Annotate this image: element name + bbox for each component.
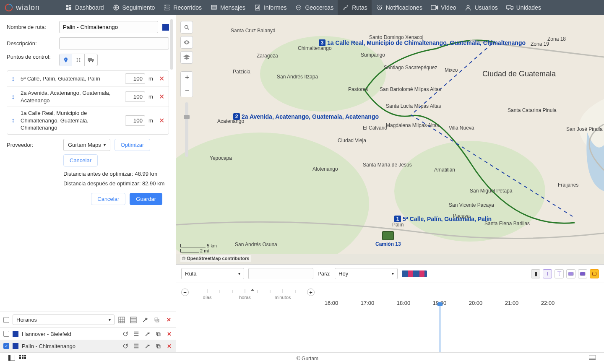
schedule-copy-icon[interactable] [153,316,161,324]
map-search-icon[interactable] [180,21,193,34]
tl-view-5-icon[interactable] [578,269,587,278]
route-list-item[interactable]: ✓Palin - Chimaltenango✕ [0,340,176,352]
route-wrench-icon[interactable] [144,343,151,349]
nav-mensajes[interactable]: Mensajes [206,0,250,15]
drag-handle-icon[interactable]: ↕ [11,75,17,83]
map-layers-icon[interactable] [180,51,193,64]
route-copy-icon[interactable] [155,343,161,349]
vehicle-marker[interactable]: Camión 13 [375,231,401,247]
schedules-bar: Horarios▾ ✕ [0,312,176,328]
tl-view-1-icon[interactable]: ▮ [531,269,540,278]
checkpoint-unit: m [148,94,155,100]
reports-icon [254,4,261,11]
map-marker-1[interactable]: 1 [394,216,401,222]
routes-icon [342,4,349,11]
schedule-grid-2-icon[interactable] [130,316,137,324]
checkpoint-delete-icon[interactable]: ✕ [159,117,164,125]
map-city-label: San Vicente Pacaya [449,202,494,208]
timeline-route-select[interactable]: Ruta▾ [181,268,244,279]
map-marker-2[interactable]: 2 [233,113,240,120]
route-refresh-icon[interactable] [122,330,129,337]
schedules-select[interactable]: Horarios▾ [13,315,115,325]
svg-rect-26 [157,345,160,348]
map-marker-label: 2a Avenida, Acatenango, Guatemala, Acate… [242,113,379,120]
route-copy-icon[interactable] [155,330,161,337]
truck-icon [382,231,394,240]
nav-dashboard[interactable]: Dashboard [61,0,108,15]
checkpoint-type-tools [59,54,98,66]
route-name-input[interactable] [59,21,158,33]
timeline-unit-input[interactable] [248,268,313,279]
nav-vídeo[interactable]: Vídeo [427,0,461,15]
zoom-in-button[interactable]: + [181,72,193,84]
checkpoint-delete-icon[interactable]: ✕ [159,75,164,83]
layout-split-icon[interactable] [8,355,15,362]
route-list-icon[interactable] [133,343,140,349]
timeline-hour-label: 17:00 [361,300,375,306]
checkpoint-geofence-tool[interactable] [72,54,85,66]
route-checkbox[interactable]: ✓ [3,343,9,349]
copyright: © Gurtam [26,356,589,361]
schedules-checkbox[interactable] [3,317,9,323]
tl-view-3-icon[interactable]: 𝕋 [555,269,564,278]
schedule-wrench-icon[interactable] [141,316,149,324]
timeline-zoom-in[interactable]: + [307,289,315,296]
save-button[interactable]: Guardar [130,193,162,205]
vehicle-label: Camión 13 [375,241,401,247]
map-city-label: El Calvario [363,125,387,131]
timeline-zoom-out[interactable]: − [181,289,189,296]
route-list-icon[interactable] [133,330,140,337]
route-delete-icon[interactable]: ✕ [166,343,172,349]
schedule-grid-1-icon[interactable] [118,316,125,324]
route-delete-icon[interactable]: ✕ [166,330,172,337]
checkpoint-marker-tool[interactable] [60,54,72,66]
zoom-out-button[interactable]: − [181,84,193,97]
checkpoint-radius-input[interactable] [125,73,145,84]
expand-icon[interactable] [589,355,596,361]
optimize-cancel-button[interactable]: Cancelar [63,154,98,166]
drag-handle-icon[interactable]: ↕ [11,117,17,124]
tl-view-4-icon[interactable] [566,269,575,278]
route-color-swatch[interactable] [162,24,169,31]
checkpoint-delete-icon[interactable]: ✕ [159,93,164,101]
route-refresh-icon[interactable] [122,343,129,349]
route-wrench-icon[interactable] [144,330,151,337]
description-input[interactable] [59,37,169,49]
svg-rect-23 [156,332,159,335]
optimize-button[interactable]: Optimizar [115,139,151,151]
tl-view-2-icon[interactable]: T [543,269,552,278]
drag-handle-icon[interactable]: ↕ [11,93,17,101]
nav-rutas[interactable]: Rutas [338,0,372,15]
timeline-cursor[interactable] [440,306,440,352]
nav-seguimiento[interactable]: Seguimiento [108,0,159,15]
nav-recorridos[interactable]: Recorridos [159,0,206,15]
geofence-icon [295,4,302,11]
nav-unidades[interactable]: Unidades [502,0,545,15]
nav-informes[interactable]: Informes [250,0,291,15]
route-list-item[interactable]: Hannover - Bielefeld✕ [0,328,176,340]
map-marker-3[interactable]: 3 [319,39,325,46]
nav-geocercas[interactable]: Geocercas [291,0,338,15]
map-city-label: Ciudad Vieja [338,138,366,143]
map-visibility-icon[interactable] [180,36,193,49]
tl-view-6-icon[interactable] [590,269,599,278]
checkpoint-radius-input[interactable] [125,91,145,102]
map-city-label: San Bartolomé Milpas Altas [380,86,441,92]
checkpoint-unit-tool[interactable] [85,54,97,66]
provider-select[interactable]: Gurtam Maps▾ [63,139,110,151]
layout-grid-icon[interactable] [19,355,26,362]
schedule-delete-icon[interactable]: ✕ [165,316,172,324]
nav-usuarios[interactable]: Usuarios [460,0,502,15]
timeline-period-select[interactable]: Hoy▾ [335,268,398,279]
nav-notificaciones[interactable]: Notificaciones [372,0,427,15]
map[interactable]: + − Ciudad de GuatemalaSanta Cruz Balany… [176,15,604,264]
checkpoint-unit: m [148,117,155,124]
scrollbar[interactable] [170,19,173,70]
dist-after-label: Distancia después de optimizar: [63,180,142,187]
checkpoint-radius-input[interactable] [125,115,145,126]
cancel-button[interactable]: Cancelar [91,193,125,205]
checkpoint-name: 2a Avenida, Acatenango, Guatemala, Acate… [21,89,122,104]
route-checkbox[interactable] [3,331,9,337]
svg-point-31 [185,25,188,29]
zoom-slider[interactable] [185,102,188,157]
